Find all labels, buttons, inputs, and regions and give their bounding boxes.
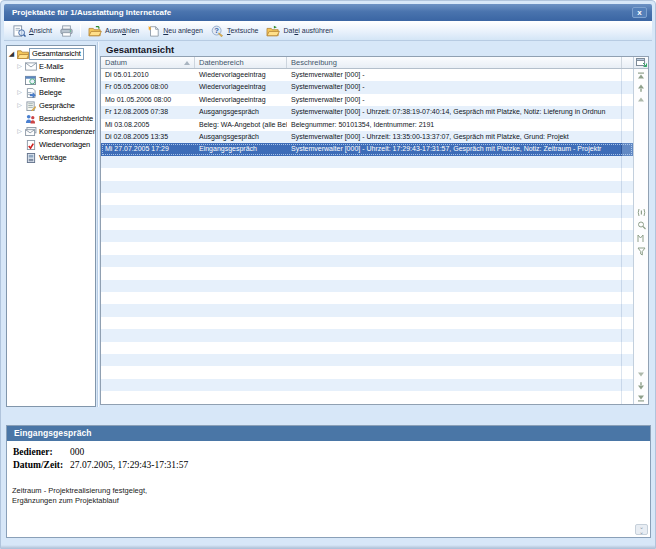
close-button[interactable]: x	[632, 7, 647, 18]
table-row[interactable]: Mi 27.07.2005 17:29EingangsgesprächSyste…	[101, 143, 633, 155]
column-header-beschreibung[interactable]: Beschreibung	[287, 57, 622, 68]
table-row[interactable]	[101, 391, 633, 403]
table-row[interactable]	[101, 168, 633, 180]
table-row[interactable]	[101, 205, 633, 217]
cell	[101, 391, 195, 403]
recall-icon	[24, 140, 37, 150]
table-row[interactable]: Mi 03.08.2005Beleg: WA-Angebot (alle Bel…	[101, 119, 633, 131]
tree-item-besuchsberichte[interactable]: Besuchsberichte	[7, 112, 95, 125]
table-row[interactable]	[101, 218, 633, 230]
auswaehlen-button[interactable]: Auswählen	[84, 22, 143, 40]
tree-item-belege[interactable]: ▷ Belege	[7, 86, 95, 99]
table-row[interactable]	[101, 354, 633, 366]
table-row[interactable]	[101, 242, 633, 254]
cell	[287, 379, 622, 391]
tree-item-gespraeche[interactable]: ▷ Gespräche	[7, 99, 95, 112]
cell	[101, 156, 195, 168]
table-row[interactable]: Fr 12.08.2005 07:38AusgangsgesprächSyste…	[101, 106, 633, 118]
table-row[interactable]	[101, 304, 633, 316]
datei-ausfuehren-button[interactable]: Datei ausführen	[262, 22, 336, 40]
cell: Eingangsgespräch	[195, 143, 287, 155]
row-tail	[622, 280, 633, 292]
cell	[101, 366, 195, 378]
next-page-icon[interactable]	[637, 381, 646, 390]
tree-item-wiedervorlagen[interactable]: Wiedervorlagen	[7, 138, 95, 151]
table-row[interactable]	[101, 255, 633, 267]
table-row[interactable]	[101, 404, 633, 405]
cell	[287, 193, 622, 205]
prev-page-icon[interactable]	[637, 83, 646, 92]
tree-item-gesamtansicht[interactable]: ◢ Gesamtansicht	[7, 47, 95, 60]
tree-item-emails[interactable]: ▷ E-Mails	[7, 60, 95, 73]
tree-item-korrespondenzen[interactable]: ▷ Korrespondenzen	[7, 125, 95, 138]
title-bar[interactable]: Projektakte für 1/Ausstattung Internetca…	[4, 4, 652, 21]
tree-item-label[interactable]: Gespräche	[37, 101, 77, 110]
expand-grip-icon[interactable]: ⌄⌄	[635, 524, 648, 535]
table-row[interactable]	[101, 156, 633, 168]
row-tail	[622, 404, 633, 405]
expander-icon[interactable]: ◢	[7, 47, 16, 60]
table-row[interactable]	[101, 342, 633, 354]
print-button[interactable]	[56, 22, 77, 40]
expander-icon[interactable]: ▷	[15, 125, 24, 138]
table-row[interactable]	[101, 280, 633, 292]
expander-icon[interactable]: ▷	[15, 86, 24, 99]
cell	[287, 366, 622, 378]
pin-icon[interactable]	[637, 208, 646, 217]
row-tail	[622, 168, 633, 180]
table-row[interactable]	[101, 329, 633, 341]
table-row[interactable]	[101, 267, 633, 279]
cell: Ausgangsgespräch	[195, 106, 287, 118]
table-row[interactable]	[101, 366, 633, 378]
tree-item-vertraege[interactable]: Verträge	[7, 151, 95, 164]
column-header-datum[interactable]: Datum	[101, 57, 195, 68]
table-row[interactable]: Di 02.08.2005 13:35AusgangsgesprächSyste…	[101, 131, 633, 143]
tree-item-label[interactable]: E-Mails	[37, 62, 65, 71]
row-tail	[622, 181, 633, 193]
tree-item-label[interactable]: Wiedervorlagen	[37, 140, 92, 149]
table-row[interactable]	[101, 317, 633, 329]
table-row[interactable]: Fr 05.05.2006 08:00WiedervorlageeintragS…	[101, 81, 633, 93]
next-row-icon[interactable]	[637, 369, 646, 378]
neu-anlegen-button[interactable]: Neu anlegen	[143, 22, 207, 40]
cell	[287, 255, 622, 267]
table-row[interactable]: Di 05.01.2010WiedervorlageeintragSystemv…	[101, 69, 633, 81]
textsuche-button[interactable]: ? Textsuche	[207, 22, 263, 40]
table-row[interactable]	[101, 181, 633, 193]
window-title: Projektakte für 1/Ausstattung Internetca…	[4, 8, 171, 17]
column-header-datenbereich[interactable]: Datenbereich	[195, 57, 287, 68]
row-tail	[622, 391, 633, 403]
table-row[interactable]: Mo 01.05.2006 08:00WiedervorlageeintragS…	[101, 94, 633, 106]
tree-item-label[interactable]: Besuchsberichte	[37, 114, 95, 123]
tree-item-label[interactable]: Verträge	[37, 153, 69, 162]
tree-item-label[interactable]: Termine	[37, 75, 67, 84]
view-icon	[13, 25, 26, 37]
table-row[interactable]	[101, 292, 633, 304]
cell	[195, 193, 287, 205]
go-last-icon[interactable]	[637, 393, 646, 402]
cell	[101, 354, 195, 366]
row-tail	[622, 131, 633, 143]
search-icon[interactable]	[637, 221, 646, 230]
expander-icon[interactable]: ▷	[15, 99, 24, 112]
grid-nav-strip	[633, 69, 648, 404]
table-row[interactable]	[101, 193, 633, 205]
tree-item-label[interactable]: Gesamtansicht	[29, 48, 84, 60]
tree-item-label[interactable]: Korrespondenzen	[37, 127, 96, 136]
cell	[195, 317, 287, 329]
go-first-icon[interactable]	[637, 71, 646, 80]
expander-icon[interactable]: ▷	[15, 60, 24, 73]
bookmark-icon[interactable]	[637, 234, 646, 243]
ansicht-button[interactable]: Ansicht	[9, 22, 56, 40]
prev-row-icon[interactable]	[637, 95, 646, 104]
table-row[interactable]	[101, 230, 633, 242]
cell	[287, 230, 622, 242]
tree-item-label[interactable]: Belege	[37, 88, 64, 97]
cell	[195, 205, 287, 217]
table-row[interactable]	[101, 379, 633, 391]
column-chooser-button[interactable]	[633, 57, 648, 68]
cell	[195, 292, 287, 304]
filter-icon[interactable]	[637, 247, 646, 256]
tree-item-termine[interactable]: Termine	[7, 73, 95, 86]
row-tail	[622, 267, 633, 279]
